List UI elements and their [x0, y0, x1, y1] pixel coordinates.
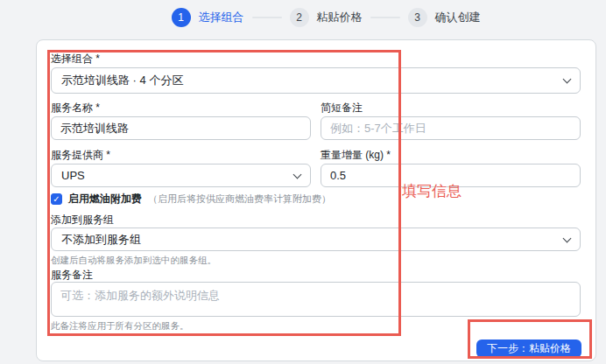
provider-select[interactable]: UPS	[51, 164, 311, 187]
service-group-select[interactable]: 不添加到服务组	[51, 228, 581, 251]
step-1-label: 选择组合	[199, 10, 244, 25]
step-paste-prices[interactable]: 2 粘贴价格	[290, 8, 363, 27]
service-group-helper: 创建后自动将服务添加到选中的服务组。	[51, 255, 216, 267]
next-step-button[interactable]: 下一步：粘贴价格	[476, 340, 581, 358]
stepper-connector	[252, 17, 282, 18]
service-group-select-value: 不添加到服务组	[61, 232, 141, 248]
combo-select[interactable]: 示范培训线路 · 4 个分区	[51, 67, 581, 94]
provider-select-value: UPS	[61, 169, 85, 182]
service-note-helper: 此备注将应用于所有分区的服务。	[51, 320, 189, 332]
weight-increment-label: 重量增量 (kg) *	[321, 148, 391, 163]
provider-label: 服务提供商 *	[51, 148, 110, 163]
service-note-textarea[interactable]	[51, 282, 581, 317]
step-confirm-create[interactable]: 3 确认创建	[408, 8, 481, 27]
chevron-down-icon	[563, 75, 572, 84]
chevron-down-icon	[563, 234, 572, 242]
create-service-card: 选择组合 * 示范培训线路 · 4 个分区 服务名称 * 简短备注 服务提供商 …	[36, 39, 596, 361]
fuel-surcharge-label: 启用燃油附加费	[68, 192, 142, 206]
annotation-fill-info-label: 填写信息	[402, 181, 462, 201]
fuel-surcharge-hint: （启用后将按供应商燃油费率计算附加费）	[148, 192, 331, 206]
step-2-label: 粘贴价格	[317, 10, 363, 25]
wizard-stepper: 1 选择组合 2 粘贴价格 3 确认创建	[0, 6, 606, 29]
service-name-label: 服务名称 *	[51, 101, 100, 116]
fuel-surcharge-row: ✓ 启用燃油附加费 （启用后将按供应商燃油费率计算附加费）	[51, 192, 331, 206]
step-3-circle: 3	[408, 8, 427, 27]
service-note-label: 服务备注	[51, 268, 93, 283]
fuel-surcharge-checkbox[interactable]: ✓	[51, 193, 62, 205]
combo-select-value: 示范培训线路 · 4 个分区	[61, 73, 183, 88]
stepper-connector	[370, 17, 400, 18]
combo-select-label: 选择组合 *	[51, 52, 100, 66]
step-3-label: 确认创建	[435, 10, 481, 25]
step-select-combo[interactable]: 1 选择组合	[172, 8, 244, 27]
step-1-circle: 1	[172, 8, 191, 27]
chevron-down-icon	[293, 170, 302, 178]
step-2-circle: 2	[290, 8, 309, 27]
short-note-label: 简短备注	[321, 101, 363, 116]
service-group-label: 添加到服务组	[51, 213, 114, 228]
short-note-input[interactable]	[321, 116, 581, 140]
service-name-input[interactable]	[51, 116, 311, 140]
